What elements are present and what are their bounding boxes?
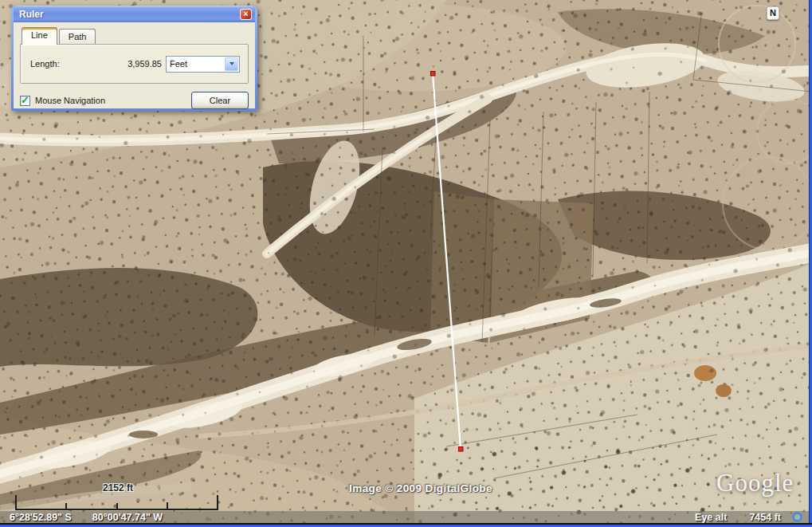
clear-button[interactable]: Clear [191, 92, 249, 109]
google-logo: Google [716, 469, 794, 498]
scale-bar-label: 2152 ft [86, 482, 150, 494]
north-indicator[interactable]: N [767, 6, 779, 20]
ruler-tabs: Line Path [22, 27, 249, 44]
length-label: Length: [30, 59, 60, 69]
imagery-copyright: Image © 2009 DigitalGlobe [309, 482, 532, 494]
latitude-readout: 6°28'52.89" S [10, 512, 72, 523]
unit-selected-value: Feet [167, 59, 224, 69]
ruler-dialog-body: Line Path Length: 3,959.85 Feet ✓ Mouse … [14, 22, 255, 108]
unit-dropdown[interactable]: Feet [166, 56, 240, 73]
window-border-right [809, 0, 812, 527]
longitude-readout: 80°00'47.74" W [92, 512, 163, 523]
line-tab-panel: Length: 3,959.85 Feet [20, 44, 249, 84]
mouse-navigation-checkbox[interactable]: ✓ [20, 96, 30, 106]
tab-path[interactable]: Path [59, 29, 96, 44]
streaming-indicator-icon [792, 512, 802, 522]
status-bar: 6°28'52.89" S 80°00'47.74" W Eye alt 745… [0, 511, 809, 523]
ruler-dialog-titlebar[interactable]: Ruler × [14, 6, 255, 22]
checkmark-icon: ✓ [21, 94, 29, 106]
dialog-title: Ruler [19, 9, 240, 20]
eye-alt-label: Eye alt [695, 512, 727, 523]
length-value: 3,959.85 [127, 59, 162, 69]
close-icon[interactable]: × [240, 9, 252, 20]
mouse-navigation-label: Mouse Navigation [35, 96, 105, 105]
tab-line[interactable]: Line [22, 27, 57, 45]
measurement-endpoint-start[interactable] [431, 72, 436, 77]
dialog-bottom-row: ✓ Mouse Navigation Clear [20, 92, 249, 109]
google-earth-window: 2152 ft Image © 2009 DigitalGlobe Google… [0, 0, 812, 527]
eye-alt-value: 7454 ft [749, 512, 781, 523]
ruler-dialog: Ruler × Line Path Length: 3,959.85 Feet … [11, 6, 257, 111]
measurement-endpoint-end[interactable] [459, 447, 464, 452]
chevron-down-icon[interactable] [225, 57, 238, 71]
